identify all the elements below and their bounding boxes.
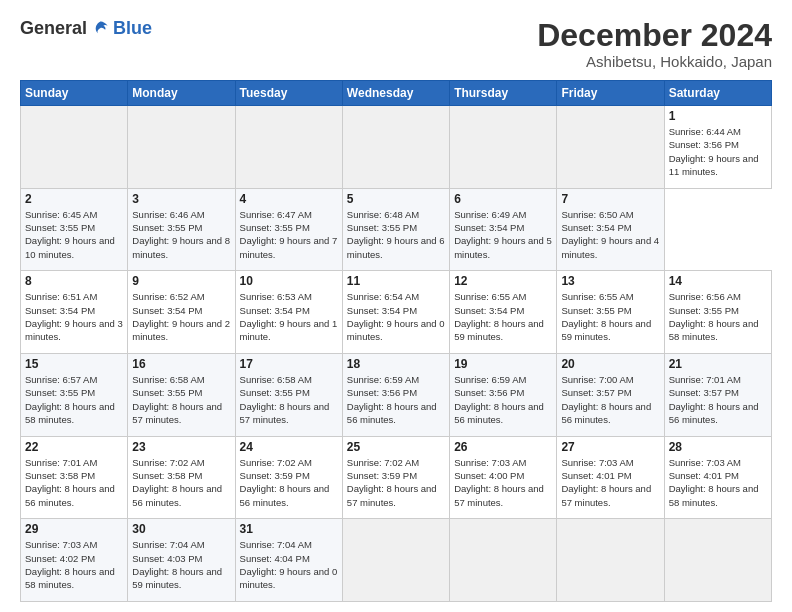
calendar-header-monday: Monday: [128, 81, 235, 106]
day-number: 4: [240, 192, 338, 206]
day-number: 8: [25, 274, 123, 288]
day-number: 1: [669, 109, 767, 123]
calendar-day-11: 11Sunrise: 6:54 AMSunset: 3:54 PMDayligh…: [342, 271, 449, 354]
day-number: 7: [561, 192, 659, 206]
day-info: Sunrise: 7:04 AMSunset: 4:04 PMDaylight:…: [240, 538, 338, 591]
day-number: 23: [132, 440, 230, 454]
calendar-day-7: 7Sunrise: 6:50 AMSunset: 3:54 PMDaylight…: [557, 188, 664, 271]
empty-cell: [557, 106, 664, 189]
day-info: Sunrise: 6:59 AMSunset: 3:56 PMDaylight:…: [454, 373, 552, 426]
empty-cell: [128, 106, 235, 189]
calendar-day-30: 30Sunrise: 7:04 AMSunset: 4:03 PMDayligh…: [128, 519, 235, 602]
day-number: 14: [669, 274, 767, 288]
day-info: Sunrise: 6:52 AMSunset: 3:54 PMDaylight:…: [132, 290, 230, 343]
day-info: Sunrise: 6:48 AMSunset: 3:55 PMDaylight:…: [347, 208, 445, 261]
calendar-week-row: 1Sunrise: 6:44 AMSunset: 3:56 PMDaylight…: [21, 106, 772, 189]
calendar-day-13: 13Sunrise: 6:55 AMSunset: 3:55 PMDayligh…: [557, 271, 664, 354]
calendar-header-wednesday: Wednesday: [342, 81, 449, 106]
calendar-day-29: 29Sunrise: 7:03 AMSunset: 4:02 PMDayligh…: [21, 519, 128, 602]
calendar-table: SundayMondayTuesdayWednesdayThursdayFrid…: [20, 80, 772, 602]
day-info: Sunrise: 6:55 AMSunset: 3:54 PMDaylight:…: [454, 290, 552, 343]
day-info: Sunrise: 7:02 AMSunset: 3:59 PMDaylight:…: [240, 456, 338, 509]
day-number: 11: [347, 274, 445, 288]
day-number: 12: [454, 274, 552, 288]
day-number: 19: [454, 357, 552, 371]
calendar-week-row: 15Sunrise: 6:57 AMSunset: 3:55 PMDayligh…: [21, 354, 772, 437]
month-title: December 2024: [537, 18, 772, 53]
calendar-day-1: 1Sunrise: 6:44 AMSunset: 3:56 PMDaylight…: [664, 106, 771, 189]
calendar-day-8: 8Sunrise: 6:51 AMSunset: 3:54 PMDaylight…: [21, 271, 128, 354]
calendar-day-3: 3Sunrise: 6:46 AMSunset: 3:55 PMDaylight…: [128, 188, 235, 271]
empty-cell: [557, 519, 664, 602]
day-info: Sunrise: 7:04 AMSunset: 4:03 PMDaylight:…: [132, 538, 230, 591]
day-number: 16: [132, 357, 230, 371]
day-number: 6: [454, 192, 552, 206]
day-number: 3: [132, 192, 230, 206]
calendar-header-friday: Friday: [557, 81, 664, 106]
day-number: 21: [669, 357, 767, 371]
calendar-day-26: 26Sunrise: 7:03 AMSunset: 4:00 PMDayligh…: [450, 436, 557, 519]
day-info: Sunrise: 6:54 AMSunset: 3:54 PMDaylight:…: [347, 290, 445, 343]
day-number: 10: [240, 274, 338, 288]
day-info: Sunrise: 7:03 AMSunset: 4:01 PMDaylight:…: [561, 456, 659, 509]
day-info: Sunrise: 6:46 AMSunset: 3:55 PMDaylight:…: [132, 208, 230, 261]
calendar-day-27: 27Sunrise: 7:03 AMSunset: 4:01 PMDayligh…: [557, 436, 664, 519]
day-number: 30: [132, 522, 230, 536]
header: General Blue December 2024 Ashibetsu, Ho…: [20, 18, 772, 70]
calendar-day-24: 24Sunrise: 7:02 AMSunset: 3:59 PMDayligh…: [235, 436, 342, 519]
calendar-header-tuesday: Tuesday: [235, 81, 342, 106]
calendar-day-9: 9Sunrise: 6:52 AMSunset: 3:54 PMDaylight…: [128, 271, 235, 354]
calendar-day-5: 5Sunrise: 6:48 AMSunset: 3:55 PMDaylight…: [342, 188, 449, 271]
calendar-header-saturday: Saturday: [664, 81, 771, 106]
day-number: 25: [347, 440, 445, 454]
day-info: Sunrise: 6:59 AMSunset: 3:56 PMDaylight:…: [347, 373, 445, 426]
logo-general: General: [20, 18, 87, 39]
empty-cell: [21, 106, 128, 189]
day-info: Sunrise: 7:03 AMSunset: 4:01 PMDaylight:…: [669, 456, 767, 509]
calendar-week-row: 2Sunrise: 6:45 AMSunset: 3:55 PMDaylight…: [21, 188, 772, 271]
day-info: Sunrise: 6:58 AMSunset: 3:55 PMDaylight:…: [240, 373, 338, 426]
empty-cell: [235, 106, 342, 189]
empty-cell: [342, 519, 449, 602]
day-number: 27: [561, 440, 659, 454]
calendar-day-4: 4Sunrise: 6:47 AMSunset: 3:55 PMDaylight…: [235, 188, 342, 271]
day-number: 17: [240, 357, 338, 371]
calendar-day-6: 6Sunrise: 6:49 AMSunset: 3:54 PMDaylight…: [450, 188, 557, 271]
calendar-header-thursday: Thursday: [450, 81, 557, 106]
day-number: 18: [347, 357, 445, 371]
calendar-day-19: 19Sunrise: 6:59 AMSunset: 3:56 PMDayligh…: [450, 354, 557, 437]
day-info: Sunrise: 6:55 AMSunset: 3:55 PMDaylight:…: [561, 290, 659, 343]
calendar-day-31: 31Sunrise: 7:04 AMSunset: 4:04 PMDayligh…: [235, 519, 342, 602]
day-number: 26: [454, 440, 552, 454]
day-info: Sunrise: 7:00 AMSunset: 3:57 PMDaylight:…: [561, 373, 659, 426]
logo-bird-icon: [91, 19, 111, 39]
calendar-day-16: 16Sunrise: 6:58 AMSunset: 3:55 PMDayligh…: [128, 354, 235, 437]
calendar-page: General Blue December 2024 Ashibetsu, Ho…: [0, 0, 792, 612]
day-info: Sunrise: 6:45 AMSunset: 3:55 PMDaylight:…: [25, 208, 123, 261]
calendar-day-22: 22Sunrise: 7:01 AMSunset: 3:58 PMDayligh…: [21, 436, 128, 519]
calendar-day-18: 18Sunrise: 6:59 AMSunset: 3:56 PMDayligh…: [342, 354, 449, 437]
calendar-week-row: 29Sunrise: 7:03 AMSunset: 4:02 PMDayligh…: [21, 519, 772, 602]
calendar-day-20: 20Sunrise: 7:00 AMSunset: 3:57 PMDayligh…: [557, 354, 664, 437]
calendar-week-row: 8Sunrise: 6:51 AMSunset: 3:54 PMDaylight…: [21, 271, 772, 354]
day-info: Sunrise: 7:01 AMSunset: 3:58 PMDaylight:…: [25, 456, 123, 509]
day-info: Sunrise: 7:01 AMSunset: 3:57 PMDaylight:…: [669, 373, 767, 426]
calendar-header-sunday: Sunday: [21, 81, 128, 106]
empty-cell: [342, 106, 449, 189]
calendar-day-14: 14Sunrise: 6:56 AMSunset: 3:55 PMDayligh…: [664, 271, 771, 354]
day-number: 15: [25, 357, 123, 371]
day-number: 9: [132, 274, 230, 288]
calendar-day-17: 17Sunrise: 6:58 AMSunset: 3:55 PMDayligh…: [235, 354, 342, 437]
empty-cell: [450, 519, 557, 602]
calendar-day-25: 25Sunrise: 7:02 AMSunset: 3:59 PMDayligh…: [342, 436, 449, 519]
day-info: Sunrise: 7:02 AMSunset: 3:58 PMDaylight:…: [132, 456, 230, 509]
calendar-day-2: 2Sunrise: 6:45 AMSunset: 3:55 PMDaylight…: [21, 188, 128, 271]
calendar-week-row: 22Sunrise: 7:01 AMSunset: 3:58 PMDayligh…: [21, 436, 772, 519]
day-number: 2: [25, 192, 123, 206]
day-number: 31: [240, 522, 338, 536]
day-info: Sunrise: 6:56 AMSunset: 3:55 PMDaylight:…: [669, 290, 767, 343]
day-number: 5: [347, 192, 445, 206]
calendar-day-23: 23Sunrise: 7:02 AMSunset: 3:58 PMDayligh…: [128, 436, 235, 519]
day-number: 22: [25, 440, 123, 454]
day-info: Sunrise: 6:57 AMSunset: 3:55 PMDaylight:…: [25, 373, 123, 426]
